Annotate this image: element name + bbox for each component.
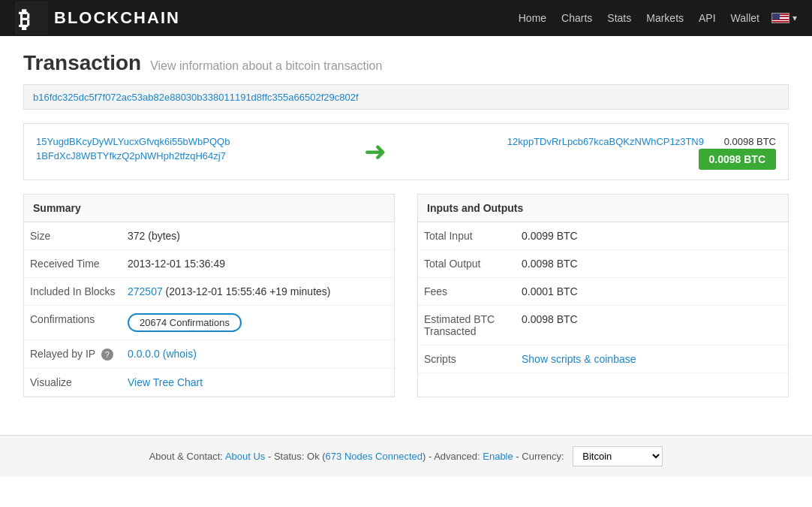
ip-link[interactable]: 0.0.0.0 [128,348,160,360]
io-section: Inputs and Outputs Total Input 0.0099 BT… [417,194,789,397]
tx-total-badge-container: 0.0098 BTC [699,153,776,165]
summary-header: Summary [24,195,394,222]
logo-text: BLOCKCHAIN [54,8,180,28]
summary-section: Summary Size 372 (bytes) Received Time 2… [23,194,395,397]
io-value-total-output: 0.0098 BTC [516,250,788,278]
footer-about-us-link[interactable]: About Us [225,451,265,462]
view-tree-chart-link[interactable]: View Tree Chart [128,376,203,388]
io-row-fees: Fees 0.0001 BTC [418,278,788,306]
io-row-total-input: Total Input 0.0099 BTC [418,222,788,250]
io-label-total-output: Total Output [418,250,516,278]
footer: About & Contact: About Us - Status: Ok (… [0,435,812,477]
flag-icon [771,13,789,23]
help-icon[interactable]: ? [101,349,113,361]
tx-output-amount: 0.0098 BTC [716,136,776,147]
io-table: Total Input 0.0099 BTC Total Output 0.00… [418,222,788,373]
two-col-layout: Summary Size 372 (bytes) Received Time 2… [23,194,789,397]
summary-value-included-blocks: 272507 (2013-12-01 15:55:46 +19 minutes) [122,278,394,306]
summary-label-confirmations: Confirmations [24,306,122,340]
tx-output-row: 12kppTDvRrLpcb67kcaBQKzNWhCP1z3TN9 0.009… [409,136,776,147]
tx-hash-link[interactable]: b16fdc325dc5f7f072ac53ab82e88030b3380111… [33,92,359,103]
tx-arrow-icon: ➜ [364,136,386,167]
footer-enable-link[interactable]: Enable [483,451,513,462]
summary-value-visualize: View Tree Chart [122,369,394,397]
summary-row-relayed-ip: Relayed by IP ? 0.0.0.0 (whois) [24,340,394,369]
tx-inputs: 15YugdBKcyDyWLYucxGfvqk6i55bWbPQQb 1BFdX… [36,136,341,161]
page-title: Transaction [23,51,141,75]
footer-about-contact: About & Contact: [149,451,223,462]
nav-markets[interactable]: Markets [646,12,684,24]
nav-wallet[interactable]: Wallet [731,12,759,24]
summary-row-received-time: Received Time 2013-12-01 15:36:49 [24,250,394,278]
confirmations-badge: 20674 Confirmations [128,313,242,332]
tx-io-row: 15YugdBKcyDyWLYucxGfvqk6i55bWbPQQb 1BFdX… [23,123,789,180]
page-subtitle: View information about a bitcoin transac… [150,59,382,73]
logo[interactable]: ₿ BLOCKCHAIN [15,2,180,35]
io-row-total-output: Total Output 0.0098 BTC [418,250,788,278]
footer-status-text: Status: Ok [274,451,320,462]
summary-row-size: Size 372 (bytes) [24,222,394,250]
tx-input-address-1[interactable]: 15YugdBKcyDyWLYucxGfvqk6i55bWbPQQb [36,136,341,147]
page-title-row: Transaction View information about a bit… [23,51,789,75]
navbar: ₿ BLOCKCHAIN Home Charts Stats Markets A… [0,0,812,36]
svg-text:₿: ₿ [19,7,30,32]
main-container: Transaction View information about a bit… [8,36,804,412]
summary-label-size: Size [24,222,122,250]
io-label-total-input: Total Input [418,222,516,250]
language-selector[interactable]: ▾ [771,13,797,23]
io-value-fees: 0.0001 BTC [516,278,788,306]
footer-advanced-text: Advanced: [434,451,480,462]
io-value-scripts: Show scripts & coinbase [516,346,788,373]
io-label-estimated: Estimated BTC Transacted [418,306,516,346]
summary-row-visualize: Visualize View Tree Chart [24,369,394,397]
flag-dropdown-arrow: ▾ [792,13,797,23]
summary-label-received-time: Received Time [24,250,122,278]
io-label-scripts: Scripts [418,346,516,373]
footer-currency-label: Currency: [522,451,564,462]
block-link[interactable]: 272507 [128,285,163,297]
io-label-fees: Fees [418,278,516,306]
summary-value-received-time: 2013-12-01 15:36:49 [122,250,394,278]
show-scripts-link[interactable]: Show scripts & coinbase [522,353,636,365]
currency-dropdown[interactable]: Bitcoin US Dollar Euro British Pound [573,446,663,466]
summary-label-relayed-ip: Relayed by IP ? [24,340,122,369]
summary-value-relayed-ip: 0.0.0.0 (whois) [122,340,394,369]
tx-hash-bar: b16fdc325dc5f7f072ac53ab82e88030b3380111… [23,84,789,110]
io-value-total-input: 0.0099 BTC [516,222,788,250]
summary-row-included-blocks: Included In Blocks 272507 (2013-12-01 15… [24,278,394,306]
summary-label-visualize: Visualize [24,369,122,397]
block-extra: (2013-12-01 15:55:46 +19 minutes) [163,285,331,297]
tx-total-badge: 0.0098 BTC [699,149,776,170]
whois-link[interactable]: (whois) [160,348,197,360]
footer-dash-1: - [268,451,274,462]
summary-table: Size 372 (bytes) Received Time 2013-12-0… [24,222,394,397]
nav-charts[interactable]: Charts [561,12,592,24]
summary-value-confirmations: 20674 Confirmations [122,306,394,340]
nav-links: Home Charts Stats Markets API Wallet [519,12,759,24]
nav-home[interactable]: Home [519,12,546,24]
tx-outputs: 12kppTDvRrLpcb67kcaBQKzNWhCP1z3TN9 0.009… [409,136,776,165]
io-row-scripts: Scripts Show scripts & coinbase [418,346,788,373]
tx-output-address[interactable]: 12kppTDvRrLpcb67kcaBQKzNWhCP1z3TN9 [507,136,704,147]
nav-api[interactable]: API [699,12,716,24]
io-header: Inputs and Outputs [418,195,788,222]
nav-stats[interactable]: Stats [607,12,631,24]
tx-input-address-2[interactable]: 1BFdXcJ8WBTYfkzQ2pNWHph2tfzqH64zj7 [36,150,341,161]
footer-nodes-link[interactable]: 673 Nodes Connected [326,451,423,462]
summary-value-size: 372 (bytes) [122,222,394,250]
io-value-estimated: 0.0098 BTC [516,306,788,346]
summary-row-confirmations: Confirmations 20674 Confirmations [24,306,394,340]
blockchain-logo-icon: ₿ [15,2,48,35]
summary-label-included-blocks: Included In Blocks [24,278,122,306]
io-row-estimated: Estimated BTC Transacted 0.0098 BTC [418,306,788,346]
footer-close-paren: ) [423,451,426,462]
